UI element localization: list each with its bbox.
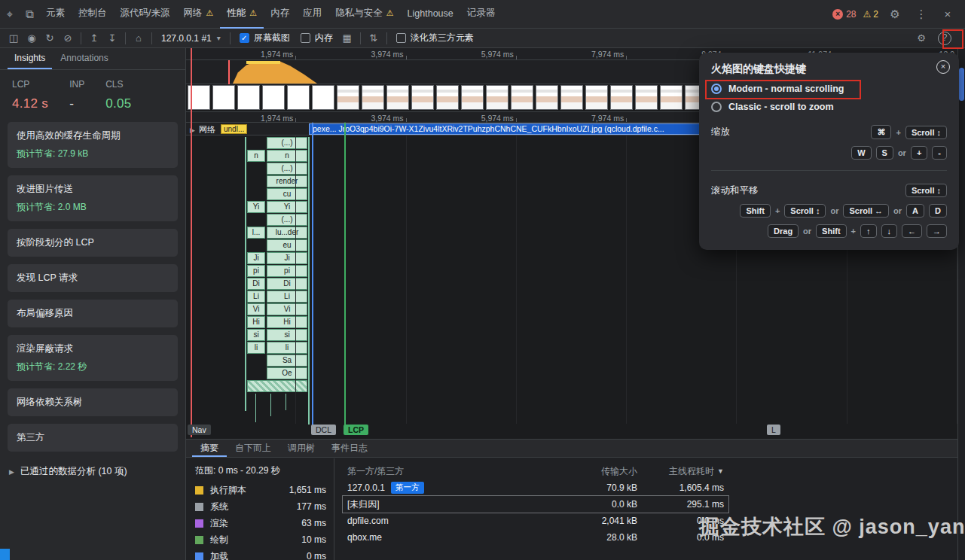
- filmstrip-thumbnail[interactable]: [287, 85, 310, 110]
- filmstrip-thumbnail[interactable]: [411, 85, 434, 110]
- filmstrip-thumbnail[interactable]: [511, 85, 533, 110]
- flame-frame[interactable]: li: [267, 342, 307, 354]
- insight-card[interactable]: 使用高效的缓存生命周期预计节省: 27.9 kB: [8, 122, 178, 168]
- sidebar-tab-annotations[interactable]: Annotations: [53, 48, 115, 69]
- details-tab-事件日志[interactable]: 事件日志: [323, 440, 376, 457]
- scrollbar-thumb[interactable]: [959, 68, 964, 101]
- filmstrip-thumbnail[interactable]: [237, 85, 260, 110]
- filmstrip-thumbnail[interactable]: [585, 85, 608, 110]
- insight-card[interactable]: 布局偏移原因: [8, 300, 178, 327]
- flame-frame[interactable]: si: [267, 329, 307, 341]
- entity-column-header[interactable]: 第一方/第三方: [347, 465, 532, 478]
- insight-card[interactable]: 按阶段划分的 LCP: [8, 229, 178, 257]
- device-toolbar-icon[interactable]: ⧉: [20, 8, 39, 21]
- filmstrip-thumbnail[interactable]: [610, 85, 633, 110]
- details-tab-自下而上[interactable]: 自下而上: [227, 440, 279, 457]
- scroll-mode-option[interactable]: Classic - scroll to zoom: [711, 102, 947, 112]
- tab-性能[interactable]: 性能⚠: [220, 0, 264, 29]
- tab-网络[interactable]: 网络⚠: [176, 0, 220, 29]
- filmstrip-thumbnail[interactable]: [312, 85, 334, 110]
- memory-checkbox[interactable]: 内存: [295, 32, 338, 44]
- tab-控制台[interactable]: 控制台: [72, 0, 114, 29]
- dcl-marker-badge[interactable]: DCL: [311, 425, 336, 435]
- history-dropdown[interactable]: 127.0.0.1 #1 ▾: [156, 32, 226, 45]
- l-marker-badge[interactable]: L: [767, 425, 780, 435]
- passed-insights-toggle[interactable]: ▶ 已通过的数据分析 (10 项): [0, 459, 185, 484]
- flame-frame[interactable]: li: [247, 342, 265, 354]
- nav-marker-badge[interactable]: Nav: [188, 425, 211, 435]
- filmstrip-thumbnail[interactable]: [436, 85, 459, 110]
- flame-frame[interactable]: si: [247, 329, 265, 341]
- sidebar-tab-insights[interactable]: Insights: [8, 48, 52, 69]
- load-profile-icon[interactable]: ↥: [85, 32, 103, 44]
- flame-frame[interactable]: Ji: [247, 252, 265, 264]
- flame-frame[interactable]: pi: [247, 265, 265, 277]
- filmstrip-thumbnail[interactable]: [660, 85, 683, 110]
- flame-frame[interactable]: Hi: [267, 316, 307, 328]
- error-count-badge[interactable]: × 28: [832, 9, 856, 20]
- lcp-marker-badge[interactable]: LCP: [344, 425, 368, 435]
- flame-frame[interactable]: render: [267, 175, 307, 187]
- flame-frame[interactable]: n: [247, 150, 265, 162]
- capture-settings-icon[interactable]: ⚙: [912, 32, 930, 44]
- save-profile-icon[interactable]: ↧: [103, 32, 121, 44]
- tab-元素[interactable]: 元素: [39, 0, 72, 29]
- filmstrip-thumbnail[interactable]: [362, 85, 384, 110]
- selected-network-request[interactable]: pexe... JroO3qp4bi9Oi-7W-X1Zivu4ltXRiv2T…: [309, 123, 702, 135]
- insight-card[interactable]: 渲染屏蔽请求预计节省: 2.22 秒: [8, 335, 178, 381]
- flame-frame[interactable]: Li: [267, 291, 307, 303]
- filmstrip-thumbnail[interactable]: [337, 85, 359, 110]
- details-tab-摘要[interactable]: 摘要: [192, 440, 227, 457]
- flame-frame[interactable]: Yi: [267, 201, 307, 213]
- flame-frame[interactable]: Di: [267, 278, 307, 290]
- flame-frame[interactable]: eu: [267, 239, 307, 251]
- collect-garbage-icon[interactable]: ▦: [338, 32, 356, 44]
- home-icon[interactable]: ⌂: [130, 32, 148, 44]
- more-menu-icon[interactable]: ⋮: [912, 8, 931, 21]
- flame-frame[interactable]: Yi: [247, 201, 265, 213]
- clear-recording-button[interactable]: ⊘: [59, 32, 77, 44]
- filmstrip-thumbnail[interactable]: [560, 85, 583, 110]
- flame-frame[interactable]: (...): [267, 214, 307, 226]
- filmstrip-thumbnail[interactable]: [461, 85, 484, 110]
- details-tab-调用树[interactable]: 调用树: [279, 440, 323, 457]
- tab-源代码/来源[interactable]: 源代码/来源: [114, 0, 177, 29]
- table-row[interactable]: dpfile.com2,041 kB0.0 ms: [343, 513, 728, 529]
- inspect-element-icon[interactable]: ⌖: [0, 8, 20, 21]
- flame-frame[interactable]: Vi: [267, 303, 307, 315]
- shortcuts-help-icon[interactable]: ?: [938, 32, 951, 45]
- filmstrip-thumbnail[interactable]: [386, 85, 409, 110]
- flame-frame[interactable]: n: [267, 150, 307, 162]
- table-row[interactable]: qbox.me28.0 kB0.0 ms: [343, 529, 728, 546]
- close-devtools-icon[interactable]: ×: [938, 8, 957, 20]
- fade-third-party-checkbox[interactable]: 淡化第三方元素: [391, 32, 479, 44]
- scroll-mode-option[interactable]: Modern - normal scrolling: [711, 84, 947, 94]
- flame-frame[interactable]: Ji: [267, 252, 307, 264]
- insight-card[interactable]: 发现 LCP 请求: [8, 264, 178, 292]
- flame-frame[interactable]: (...): [267, 137, 307, 149]
- warning-count-badge[interactable]: ⚠ 2: [863, 9, 878, 20]
- flame-frame[interactable]: cu: [267, 188, 307, 200]
- flame-frame[interactable]: Vi: [247, 303, 265, 315]
- flame-frame[interactable]: Hi: [247, 316, 265, 328]
- filmstrip-thumbnail[interactable]: [536, 85, 558, 110]
- network-request-chip[interactable]: undl...: [221, 124, 247, 134]
- filmstrip-thumbnail[interactable]: [262, 85, 285, 110]
- tab-应用[interactable]: 应用: [296, 0, 328, 29]
- filmstrip-thumbnail[interactable]: [635, 85, 658, 110]
- filmstrip-thumbnail[interactable]: [486, 85, 508, 110]
- flame-frame[interactable]: l...: [247, 227, 265, 239]
- flame-frame[interactable]: pi: [267, 265, 307, 277]
- tab-隐私与安全[interactable]: 隐私与安全⚠: [328, 0, 400, 29]
- size-column-header[interactable]: 传输大小: [532, 465, 637, 478]
- insight-card[interactable]: 网络依赖关系树: [8, 388, 178, 416]
- time-column-header[interactable]: 主线程耗时 ▼: [637, 465, 724, 478]
- insight-card[interactable]: 第三方: [8, 424, 178, 452]
- flame-frame[interactable]: Di: [247, 278, 265, 290]
- tab-内存[interactable]: 内存: [264, 0, 296, 29]
- throttling-icon[interactable]: ⇅: [365, 32, 383, 44]
- tab-记录器[interactable]: 记录器: [460, 0, 502, 29]
- screenshots-checkbox[interactable]: ✓ 屏幕截图: [234, 32, 295, 44]
- flame-frame[interactable]: Li: [247, 291, 265, 303]
- filmstrip-thumbnail[interactable]: [212, 85, 235, 110]
